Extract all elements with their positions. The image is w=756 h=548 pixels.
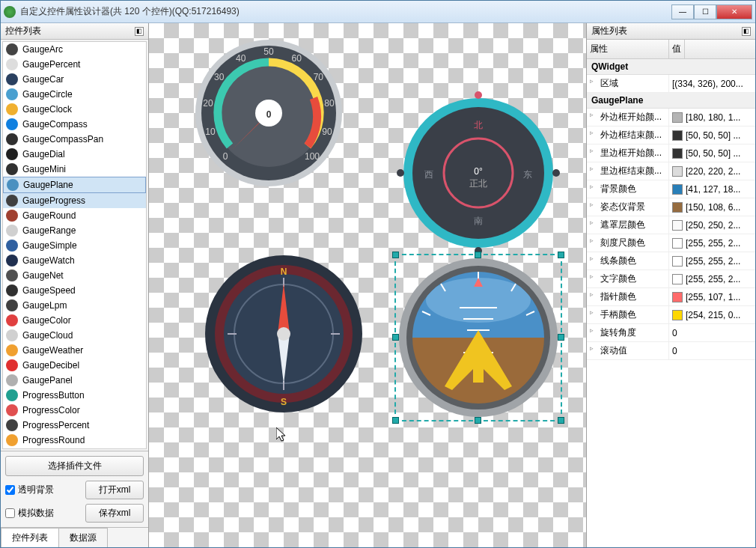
property-row[interactable]: 文字颜色[255, 255, 2... xyxy=(587,270,755,288)
widget-item-gaugewatch[interactable]: GaugeWatch xyxy=(3,253,146,268)
svg-text:90: 90 xyxy=(322,127,332,137)
undock-icon[interactable]: ◧ xyxy=(742,27,751,36)
svg-text:北: 北 xyxy=(474,120,483,130)
widget-label: GaugeRange xyxy=(22,225,76,236)
tab-data-source[interactable]: 数据源 xyxy=(58,528,108,547)
close-button[interactable]: ✕ xyxy=(716,4,752,19)
tab-widget-list[interactable]: 控件列表 xyxy=(1,528,59,547)
widget-item-gaugecloud[interactable]: GaugeCloud xyxy=(3,328,146,343)
widget-item-gaugesimple[interactable]: GaugeSimple xyxy=(3,238,146,253)
mock-data-checkbox[interactable]: 模拟数据 xyxy=(5,507,79,520)
widget-item-gaugecar[interactable]: GaugeCar xyxy=(3,72,146,87)
property-row[interactable]: 背景颜色[41, 127, 18... xyxy=(587,180,755,198)
widget-icon xyxy=(6,73,18,85)
save-xml-button[interactable]: 保存xml xyxy=(85,504,144,523)
widget-label: ProgressRound xyxy=(22,435,85,445)
group-qwidget: QWidget xyxy=(587,59,755,75)
property-row[interactable]: 姿态仪背景[150, 108, 6... xyxy=(587,198,755,216)
select-plugin-button[interactable]: 选择插件文件 xyxy=(5,456,144,476)
widget-icon xyxy=(6,284,18,296)
svg-text:东: 东 xyxy=(523,169,532,180)
property-row[interactable]: 手柄颜色[254, 215, 0... xyxy=(587,306,755,324)
widget-icon xyxy=(6,210,18,222)
undock-icon[interactable]: ◧ xyxy=(135,27,144,36)
widget-label: GaugeSimple xyxy=(22,240,77,251)
widget-item-gaugeplane[interactable]: GaugePlane xyxy=(3,177,146,193)
gauge-compass[interactable]: N S xyxy=(201,248,366,427)
widget-label: GaugeArc xyxy=(22,44,63,55)
widget-icon xyxy=(6,163,18,175)
property-table[interactable]: 属性 值 QWidget 区域[(334, 326), 200... Gauge… xyxy=(587,40,755,547)
widget-item-gaugespeed[interactable]: GaugeSpeed xyxy=(3,283,146,298)
property-panel-title: 属性列表 xyxy=(591,25,627,37)
widget-item-gaugepanel[interactable]: GaugePanel xyxy=(3,373,146,388)
widget-item-progresscolor[interactable]: ProgressColor xyxy=(3,403,146,418)
widget-label: GaugeDecibel xyxy=(22,360,79,371)
widget-item-gaugerange[interactable]: GaugeRange xyxy=(3,223,146,238)
minimize-button[interactable]: — xyxy=(671,4,694,19)
widget-label: GaugeLpm xyxy=(22,300,67,311)
property-row[interactable]: 里边框开始颜...[50, 50, 50] ... xyxy=(587,144,755,162)
widget-icon xyxy=(6,148,18,160)
widget-item-gaugeprogress[interactable]: GaugeProgress xyxy=(3,193,146,208)
property-row[interactable]: 滚动值0 xyxy=(587,342,755,360)
svg-text:50: 50 xyxy=(263,46,274,57)
cursor-icon xyxy=(276,427,288,442)
widget-item-progressround[interactable]: ProgressRound xyxy=(3,433,146,448)
widget-label: GaugeCar xyxy=(22,74,64,85)
widget-icon xyxy=(6,419,18,431)
property-row[interactable]: 刻度尺颜色[255, 255, 2... xyxy=(587,234,755,252)
widget-icon xyxy=(6,225,18,237)
widget-icon xyxy=(6,344,18,356)
widget-label: GaugeMini xyxy=(22,164,66,174)
widget-item-gaugearc[interactable]: GaugeArc xyxy=(3,42,146,57)
svg-text:0°: 0° xyxy=(474,166,483,177)
widget-list[interactable]: GaugeArcGaugePercentGaugeCarGaugeCircleG… xyxy=(2,41,147,449)
widget-item-gaugeweather[interactable]: GaugeWeather xyxy=(3,343,146,358)
property-row[interactable]: 线条颜色[255, 255, 2... xyxy=(587,252,755,270)
widget-icon xyxy=(6,404,18,416)
widget-item-gaugemini[interactable]: GaugeMini xyxy=(3,162,146,177)
svg-text:0: 0 xyxy=(266,109,272,120)
widget-label: GaugeRound xyxy=(22,210,76,221)
widget-panel: 控件列表 ◧ GaugeArcGaugePercentGaugeCarGauge… xyxy=(1,23,149,547)
gauge-compass-pan[interactable]: 北 南 西 东 0° 正北 xyxy=(396,91,561,255)
property-row[interactable]: 指针颜色[255, 107, 1... xyxy=(587,288,755,306)
widget-item-gaugenet[interactable]: GaugeNet xyxy=(3,268,146,283)
widget-label: GaugeCircle xyxy=(22,89,73,100)
property-row[interactable]: 旋转角度0 xyxy=(587,324,755,342)
selection-box[interactable] xyxy=(394,254,562,421)
widget-item-gaugecompass[interactable]: GaugeCompass xyxy=(3,117,146,132)
property-row[interactable]: 外边框结束颜...[50, 50, 50] ... xyxy=(587,127,755,144)
widget-item-gaugecircle[interactable]: GaugeCircle xyxy=(3,87,146,102)
widget-item-gaugeclock[interactable]: GaugeClock xyxy=(3,102,146,117)
property-row[interactable]: 区域[(334, 326), 200... xyxy=(587,75,755,93)
widget-icon xyxy=(6,195,18,207)
gauge-dial[interactable]: 0102030405060708090100 0 xyxy=(194,38,344,188)
widget-item-gaugecompasspan[interactable]: GaugeCompassPan xyxy=(3,132,146,147)
window-title: 自定义控件属性设计器(共 120 个控件)(QQ:517216493) xyxy=(20,5,671,18)
widget-item-progresspercent[interactable]: ProgressPercent xyxy=(3,418,146,433)
widget-icon xyxy=(6,389,18,401)
widget-item-progresswait[interactable]: ProgressWait xyxy=(3,448,146,449)
widget-item-gaugedecibel[interactable]: GaugeDecibel xyxy=(3,358,146,373)
widget-icon xyxy=(6,58,18,70)
widget-item-gaugepercent[interactable]: GaugePercent xyxy=(3,57,146,72)
widget-item-progressbutton[interactable]: ProgressButton xyxy=(3,388,146,403)
widget-icon xyxy=(6,270,18,281)
property-row[interactable]: 遮罩层颜色[250, 250, 2... xyxy=(587,216,755,234)
svg-point-26 xyxy=(475,91,482,99)
maximize-button[interactable]: ☐ xyxy=(694,4,716,19)
widget-icon xyxy=(6,103,18,115)
property-row[interactable]: 里边框结束颜...[220, 220, 2... xyxy=(587,162,755,180)
widget-item-gaugecolor[interactable]: GaugeColor xyxy=(3,313,146,328)
widget-label: GaugeNet xyxy=(22,270,64,281)
widget-item-gaugeround[interactable]: GaugeRound xyxy=(3,208,146,223)
design-canvas[interactable]: 0102030405060708090100 0 北 南 西 东 0° 正北 xyxy=(149,23,586,547)
property-row[interactable]: 外边框开始颜...[180, 180, 1... xyxy=(587,109,755,127)
open-xml-button[interactable]: 打开xml xyxy=(85,481,144,499)
svg-text:40: 40 xyxy=(236,53,246,64)
widget-item-gaugelpm[interactable]: GaugeLpm xyxy=(3,298,146,313)
transparent-bg-checkbox[interactable]: 透明背景 xyxy=(5,484,79,496)
widget-item-gaugedial[interactable]: GaugeDial xyxy=(3,147,146,162)
